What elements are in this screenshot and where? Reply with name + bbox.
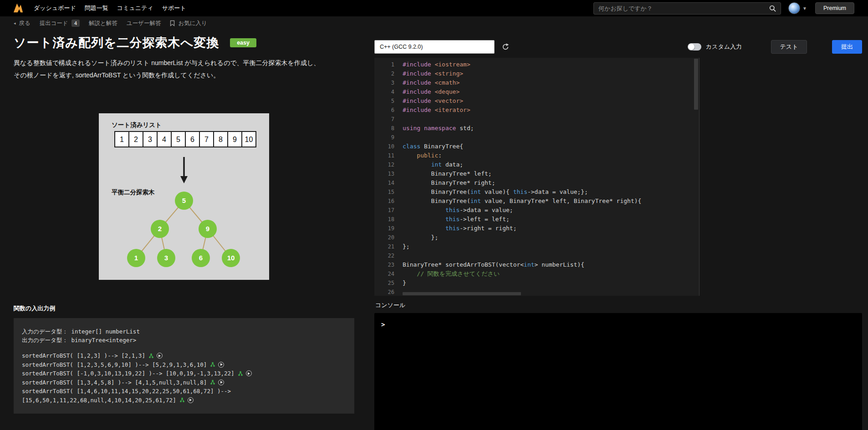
line-number: 26 xyxy=(374,288,394,296)
sorted-list-boxes: 1 2 3 4 5 6 7 8 9 10 xyxy=(115,132,256,147)
code-line: 1#include <iostream> xyxy=(374,60,699,69)
subnav-solution[interactable]: 解説と解答 xyxy=(89,20,117,27)
subnav-submitted-code[interactable]: 提出コード 4 xyxy=(40,20,80,27)
editor-horizontal-scrollbar[interactable] xyxy=(403,292,521,295)
app-logo-icon[interactable] xyxy=(13,3,24,14)
code-editor[interactable]: 1#include <iostream>2#include <string>3#… xyxy=(374,58,700,296)
run-example-icon[interactable] xyxy=(188,397,194,403)
code-line: 19 this->right = right; xyxy=(374,224,699,233)
favorite-label: お気に入り xyxy=(178,20,207,27)
bookmark-icon xyxy=(170,20,175,26)
back-arrow-icon: ◂ xyxy=(14,21,16,25)
problem-description: 異なる整数値で構成されるソート済みのリスト numberList が与えられるの… xyxy=(14,57,354,81)
back-label: 戻る xyxy=(19,20,31,27)
svg-text:3: 3 xyxy=(148,136,152,143)
submit-button[interactable]: 提出 xyxy=(832,40,862,54)
console-title: コンソール xyxy=(375,301,862,309)
run-example-icon[interactable] xyxy=(218,362,224,368)
subnav-favorite[interactable]: お気に入り xyxy=(170,20,207,27)
example-row-wrap: [15,6,50,1,11,22,68,null,4,10,14,20,25,6… xyxy=(22,396,346,405)
test-button[interactable]: テスト xyxy=(771,40,807,54)
example-row: sortedArrToBST( [-1,0,3,10,13,19,22] )--… xyxy=(22,369,346,378)
code-line: 12 int data; xyxy=(374,160,699,169)
io-examples-box: 入力のデータ型： integer[] numberList 出力のデータ型： b… xyxy=(14,318,354,414)
svg-text:3: 3 xyxy=(164,254,168,262)
tree-result-icon xyxy=(179,397,185,403)
io-section-title: 関数の入出力例 xyxy=(14,304,354,313)
subnav-user-answers[interactable]: ユーザー解答 xyxy=(127,20,161,27)
custom-input-group: カスタム入力 xyxy=(688,43,742,51)
svg-text:7: 7 xyxy=(204,136,209,143)
code-line: 3#include <cmath> xyxy=(374,78,699,87)
run-example-icon[interactable] xyxy=(157,353,163,359)
search-icon[interactable] xyxy=(769,5,776,12)
sorted-list-label: ソート済みリスト xyxy=(112,121,162,128)
nav-support[interactable]: サポート xyxy=(162,4,186,12)
output-type-line: 出力のデータ型： binaryTree<integer> xyxy=(22,336,346,344)
svg-text:1: 1 xyxy=(120,136,124,143)
chevron-down-icon[interactable]: ▼ xyxy=(802,6,807,11)
line-number: 18 xyxy=(374,215,394,224)
code-line: 22 xyxy=(374,251,699,260)
line-number: 4 xyxy=(374,87,394,96)
input-type-line: 入力のデータ型： integer[] numberList xyxy=(22,327,346,336)
line-number: 21 xyxy=(374,242,394,251)
code-line: 14 BinaryTree* right; xyxy=(374,178,699,187)
run-example-icon[interactable] xyxy=(218,379,224,385)
nav-problem-list[interactable]: 問題一覧 xyxy=(85,4,108,12)
line-number: 19 xyxy=(374,224,394,233)
svg-text:9: 9 xyxy=(233,136,237,143)
code-line: 23BinaryTree* sortedArrToBST(vector<int>… xyxy=(374,260,699,269)
code-line: 8using namespace std; xyxy=(374,124,699,133)
reset-code-icon[interactable] xyxy=(501,43,510,51)
nav-community[interactable]: コミュニティ xyxy=(117,4,153,12)
example-row: sortedArrToBST( [1,2,3] )--> [2,1,3] xyxy=(22,351,346,360)
editor-vertical-scrollbar[interactable] xyxy=(694,59,698,110)
custom-input-label: カスタム入力 xyxy=(706,43,742,51)
tree-result-icon xyxy=(148,353,154,359)
svg-text:5: 5 xyxy=(176,136,180,143)
svg-text:10: 10 xyxy=(245,136,253,143)
line-number: 7 xyxy=(374,115,394,124)
code-line: 11 public: xyxy=(374,151,699,160)
console-output[interactable]: > xyxy=(374,313,862,430)
code-line: 17 this->data = value; xyxy=(374,206,699,215)
top-navbar: ダッシュボード 問題一覧 コミュニティ サポート ▼ Premium xyxy=(0,0,868,16)
search-input[interactable] xyxy=(598,5,769,12)
problem-diagram: ソート済みリスト 1 2 3 4 5 6 7 8 9 10 平衡二分 xyxy=(99,113,269,282)
line-number: 13 xyxy=(374,169,394,178)
line-number: 12 xyxy=(374,160,394,169)
line-number: 11 xyxy=(374,151,394,160)
example-row: sortedArrToBST( [1,3,4,5,8] )--> [4,1,5,… xyxy=(22,378,346,387)
code-line: 24 // 関数を完成させてください xyxy=(374,269,699,278)
bst-label: 平衡二分探索木 xyxy=(111,189,155,196)
code-line: 4#include <deque> xyxy=(374,87,699,96)
svg-text:8: 8 xyxy=(219,136,223,143)
tree-result-icon xyxy=(238,371,243,376)
description-line: その根ノードを返す, sortedArrToBST という関数を作成してください… xyxy=(14,69,354,81)
run-example-icon[interactable] xyxy=(246,370,252,376)
editor-panel: C++ (GCC 9.2.0) カスタム入力 テスト 提出 1#include … xyxy=(367,30,868,430)
search-box xyxy=(593,2,781,15)
language-select-value: C++ (GCC 9.2.0) xyxy=(380,44,423,50)
back-link[interactable]: ◂ 戻る xyxy=(14,20,31,27)
line-number: 3 xyxy=(374,78,394,87)
code-line: 5#include <vector> xyxy=(374,96,699,106)
premium-button[interactable]: Premium xyxy=(815,2,854,14)
code-line: 13 BinaryTree* left; xyxy=(374,169,699,178)
custom-input-toggle[interactable] xyxy=(688,43,701,51)
svg-text:10: 10 xyxy=(227,254,235,262)
description-line: 異なる整数値で構成されるソート済みのリスト numberList が与えられるの… xyxy=(14,57,354,69)
svg-text:9: 9 xyxy=(206,225,209,233)
code-line: 15 BinaryTree(int value){ this->data = v… xyxy=(374,187,699,197)
problem-title: ソート済み配列を二分探索木へ変換 xyxy=(14,35,219,51)
nav-dashboard[interactable]: ダッシュボード xyxy=(34,4,76,12)
subnav: ◂ 戻る 提出コード 4 解説と解答 ユーザー解答 お気に入り xyxy=(0,16,868,30)
user-avatar[interactable] xyxy=(788,2,800,14)
main-content: ソート済み配列を二分探索木へ変換 easy 異なる整数値で構成されるソート済みの… xyxy=(0,30,868,430)
tree-result-icon xyxy=(210,379,215,385)
line-number: 15 xyxy=(374,187,394,197)
editor-toolbar: C++ (GCC 9.2.0) カスタム入力 テスト 提出 xyxy=(374,40,862,54)
language-select[interactable]: C++ (GCC 9.2.0) xyxy=(374,40,495,54)
tree-result-icon xyxy=(210,362,215,367)
